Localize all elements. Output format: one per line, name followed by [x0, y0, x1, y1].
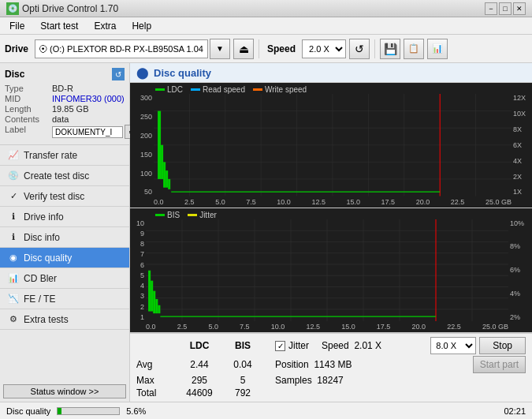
title-bar: 💿 Opti Drive Control 1.70 − □ ✕	[0, 0, 532, 17]
speed-value-stats: 2.01 X	[354, 340, 381, 351]
stats-bis-header: BIS	[223, 340, 262, 351]
jitter-check-group: ✓ Jitter	[275, 340, 309, 351]
stats-total-bis: 792	[223, 387, 262, 398]
nav-disc-quality[interactable]: ◉ Disc quality	[0, 248, 129, 268]
legend-ldc: LDC	[155, 85, 183, 94]
nav-fe-te[interactable]: 📉 FE / TE	[0, 289, 129, 309]
app-icon: 💿	[6, 2, 19, 15]
disc-refresh-icon[interactable]: ↺	[112, 68, 125, 80]
speed-select[interactable]: 2.0 X 4.0 X 8.0 X	[302, 39, 346, 58]
minimize-button[interactable]: −	[485, 2, 497, 15]
eject-button[interactable]: ⏏	[233, 39, 254, 59]
legend-bis-color	[155, 214, 165, 216]
status-bar: Disc quality 5.6% 02:21	[0, 402, 532, 419]
speed-label: Speed	[267, 43, 296, 54]
stats-avg-label: Avg	[136, 359, 176, 370]
position-label: Position 1143 MB	[275, 359, 352, 370]
menu-help[interactable]: Help	[125, 19, 158, 33]
jitter-label: Jitter	[288, 340, 309, 351]
svg-rect-38	[151, 280, 153, 311]
disc-length-value: 19.85 GB	[52, 104, 88, 114]
speed-label-stats: Speed 2.01 X	[322, 340, 381, 351]
charts-area: LDC Read speed Write speed 300	[130, 83, 532, 333]
maximize-button[interactable]: □	[499, 2, 512, 15]
svg-rect-37	[148, 270, 151, 311]
start-part-button[interactable]: Start part	[473, 356, 526, 373]
top-yleft-50: 50	[144, 188, 152, 196]
nav-verify-test-disc[interactable]: ✓ Verify test disc	[0, 186, 129, 207]
bot-yleft-8: 8	[140, 240, 144, 248]
stats-total-ldc: 44609	[176, 387, 223, 398]
menu-extra[interactable]: Extra	[87, 19, 122, 33]
bot-yleft-3: 3	[140, 292, 144, 300]
stats-avg-row: Avg 2.44 0.04 Position 1143 MB Start par…	[136, 356, 526, 373]
disc-length-row: Length 19.85 GB	[5, 104, 125, 114]
disc-contents-value: data	[52, 114, 69, 124]
svg-rect-14	[158, 111, 161, 179]
top-chart-svg	[154, 94, 512, 196]
fe-te-icon: 📉	[6, 292, 20, 306]
refresh-button[interactable]: ↺	[349, 39, 370, 59]
svg-rect-17	[166, 170, 168, 188]
disc-quality-header-icon: ⬤	[136, 66, 149, 79]
save-button[interactable]: 💾	[380, 39, 400, 59]
export-button[interactable]: 📊	[427, 39, 448, 59]
nav-drive-info[interactable]: ℹ Drive info	[0, 207, 129, 227]
legend-write-speed: Write speed	[253, 85, 307, 94]
top-chart-container: LDC Read speed Write speed 300	[130, 83, 532, 208]
disc-type-label: Type	[5, 84, 52, 93]
nav-create-test-disc[interactable]: 💿 Create test disc	[0, 166, 129, 186]
legend-write-speed-label: Write speed	[265, 85, 307, 94]
speed-output-select[interactable]: 8.0 X 4.0 X 12.0 X	[430, 337, 476, 354]
drive-dropdown-button[interactable]: ▼	[210, 39, 230, 59]
top-yleft-200: 200	[140, 132, 152, 140]
transfer-rate-icon: 📈	[6, 148, 20, 163]
bot-yleft-2: 2	[140, 303, 144, 311]
copy-button[interactable]: 📋	[404, 39, 424, 59]
bot-yright-6p: 6%	[510, 266, 520, 274]
nav-extra-tests-label: Extra tests	[24, 314, 69, 325]
stats-ldc-header: LDC	[176, 340, 223, 351]
progress-percent: 5.6%	[126, 406, 146, 416]
progress-bar	[57, 407, 120, 415]
nav-extra-tests[interactable]: ⚙ Extra tests	[0, 309, 129, 330]
drive-label: Drive	[5, 43, 28, 54]
stop-button[interactable]: Stop	[479, 337, 526, 354]
menu-start-test[interactable]: Start test	[34, 19, 84, 33]
jitter-checkbox[interactable]: ✓	[275, 341, 285, 351]
label-input[interactable]	[52, 126, 123, 138]
stats-max-bis: 5	[223, 375, 262, 386]
bot-yleft-5: 5	[140, 271, 144, 279]
bot-yright-8p: 8%	[510, 242, 520, 250]
bottom-chart-x-labels: 0.0 2.5 5.0 7.5 10.0 12.5 15.0 17.5 20.0…	[146, 321, 508, 332]
svg-rect-16	[163, 162, 166, 187]
nav-cd-bler[interactable]: 📊 CD Bler	[0, 268, 129, 289]
bot-yleft-10: 10	[136, 219, 144, 227]
stats-max-row: Max 295 5 Samples 18247	[136, 375, 526, 386]
position-value: 1143 MB	[314, 359, 352, 370]
top-yright-10x: 10X	[513, 110, 526, 118]
bot-yright-2p: 2%	[510, 313, 520, 321]
menu-file[interactable]: File	[3, 19, 31, 33]
nav-transfer-rate[interactable]: 📈 Transfer rate	[0, 145, 129, 166]
nav-create-test-disc-label: Create test disc	[24, 170, 89, 181]
status-text: Disc quality	[6, 406, 50, 416]
svg-rect-15	[161, 145, 163, 179]
disc-label-row: Label ⚙	[5, 125, 125, 139]
nav-disc-info[interactable]: ℹ Disc info	[0, 227, 129, 248]
nav-transfer-rate-label: Transfer rate	[24, 150, 77, 161]
top-yright-1x: 1X	[513, 188, 522, 196]
progress-fill	[58, 408, 61, 414]
disc-contents-label: Contents	[5, 114, 52, 124]
bottom-chart-container: BIS Jitter 10 9 8 7 6 5	[130, 208, 532, 334]
top-chart-legend: LDC Read speed Write speed	[155, 85, 307, 94]
disc-info-icon: ℹ	[6, 230, 20, 245]
status-window-button[interactable]: Status window >>	[3, 384, 126, 398]
close-button[interactable]: ✕	[513, 2, 526, 15]
disc-section-title: Disc	[5, 69, 24, 80]
disc-type-row: Type BD-R	[5, 84, 125, 93]
create-test-disc-icon: 💿	[6, 169, 20, 183]
stats-total-row: Total 44609 792	[136, 387, 526, 398]
disc-length-label: Length	[5, 104, 52, 114]
toolbar-separator2	[374, 39, 375, 58]
